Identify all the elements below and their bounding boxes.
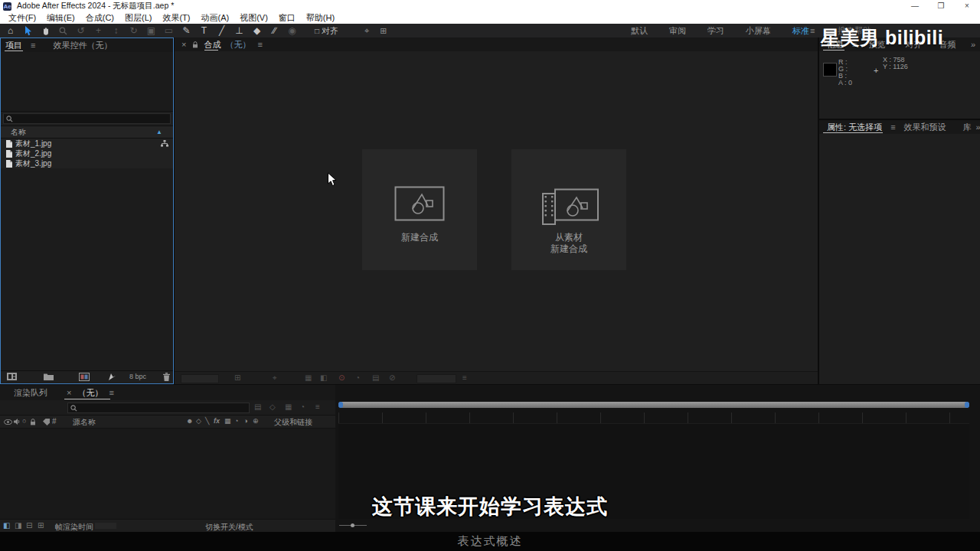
menu-edit[interactable]: 编辑(E) [41,12,80,24]
frame-blend-switch-icon[interactable]: ▦ [224,417,231,425]
menu-file[interactable]: 文件(F) [3,12,41,24]
workspace-learn[interactable]: 学习 [697,24,735,37]
timeline-search-input[interactable] [67,403,250,413]
workspace-review[interactable]: 审阅 [658,24,697,37]
align-toggle[interactable]: □ 对齐 [315,24,338,37]
dolly-camera-tool-icon[interactable]: ↕ [107,24,125,37]
viewer-target-icon[interactable]: ⌖ [273,373,277,383]
pen-tool-icon[interactable]: ✎ [178,24,195,37]
more-panels-icon[interactable]: » [971,40,980,49]
selection-tool-icon[interactable] [19,24,37,37]
motion-blur-switch-icon[interactable]: ◔ [234,417,238,425]
viewer-transparency-icon[interactable]: ⊘ [389,373,395,383]
menu-help[interactable]: 帮助(H) [301,12,340,24]
tab-timeline-comp[interactable]: （无） [75,386,105,399]
tab-composition[interactable]: 合成 [201,37,222,51]
frame-blend-icon[interactable]: ◔ [300,403,305,411]
close-button[interactable]: × [954,0,980,12]
mask-shape-tool-icon[interactable]: ▭ [160,24,178,37]
project-list-header[interactable]: 名称 ▲ [1,126,173,139]
project-item-1[interactable]: 素材_1.jpg [1,139,173,148]
home-icon[interactable]: ⌂ [2,24,19,37]
label-icon[interactable] [43,419,50,425]
parent-link-column[interactable]: 父级和链接 [274,417,312,428]
minimize-button[interactable]: — [902,0,928,12]
new-composition-button[interactable]: 新建合成 [362,149,477,270]
layer-number-column[interactable]: # [52,417,57,425]
column-name[interactable]: 名称 [1,127,26,138]
solo-icon[interactable]: ○ [22,417,26,425]
comp-tab-close-icon[interactable]: × [175,40,190,49]
expand-transfer-controls-icon[interactable]: ◨ [15,521,21,530]
lock-icon[interactable] [30,419,36,425]
eye-icon[interactable] [4,419,12,425]
tab-render-queue[interactable]: 渲染队列 [0,386,52,399]
workspace-menu-icon[interactable]: ≡ [810,24,815,37]
adjustment-layer-switch-icon[interactable]: ◑ [243,417,247,425]
menu-effect[interactable]: 效果(T) [157,12,195,24]
tab-library[interactable]: 库 [959,120,976,134]
rotation-tool-icon[interactable]: ↻ [125,24,142,37]
navigator-start-handle[interactable] [338,402,343,408]
comp-panel-menu-icon[interactable]: ≡ [253,40,266,49]
time-ruler[interactable] [338,412,969,424]
project-search-input[interactable] [3,113,171,124]
viewer-fast-preview-icon[interactable]: ▤ [372,373,379,383]
sort-arrow-icon[interactable]: ▲ [156,129,173,135]
project-item-2[interactable]: 素材_2.jpg [1,148,173,158]
collapse-switch-icon[interactable]: ◇ [196,417,201,425]
zoom-slider-knob[interactable] [351,523,354,527]
viewer-3d-view-dropdown[interactable] [416,374,456,383]
viewer-mask-icon[interactable]: ▦ [305,373,312,383]
zoom-tool-icon[interactable] [54,24,72,37]
tab-effect-controls[interactable]: 效果控件（无） [48,38,116,52]
shy-layers-icon[interactable]: ▦ [285,403,292,411]
3d-layer-switch-icon[interactable]: ⊕ [253,417,259,425]
viewer-channels-icon[interactable]: ⊙ [338,373,345,383]
tab-properties[interactable]: 属性: 无选择项 [819,120,887,134]
puppet-pin-tool-icon[interactable]: ◉ [283,24,301,37]
audio-icon[interactable] [14,419,20,425]
more-panels-icon[interactable]: » [976,122,980,132]
trash-icon[interactable] [163,373,170,381]
project-panel-menu-icon[interactable]: ≡ [27,41,39,50]
properties-panel-menu-icon[interactable]: ≡ [887,122,899,132]
menu-window[interactable]: 窗口 [273,12,301,24]
eraser-tool-icon[interactable]: ◆ [248,24,266,37]
mini-flowchart-icon[interactable]: ▤ [254,403,261,411]
brush-tool-icon[interactable]: ╱ [213,24,230,37]
menu-animation[interactable]: 动画(A) [196,12,235,24]
timeline-panel-menu-icon[interactable]: ≡ [105,388,117,397]
orbit-camera-tool-icon[interactable]: ↺ [72,24,90,37]
menu-layer[interactable]: 图层(L) [119,12,157,24]
snap-grid-icon[interactable]: ⊞ [380,26,387,36]
new-folder-icon[interactable] [44,373,54,380]
menu-view[interactable]: 视图(V) [234,12,273,24]
toggle-switches-modes-button[interactable]: 切换开关/模式 [205,522,253,533]
project-item-3[interactable]: 素材_3.jpg [1,158,173,168]
draft-3d-icon[interactable]: ◇ [270,403,276,411]
timeline-tab-close-icon[interactable]: × [63,388,75,397]
clone-stamp-tool-icon[interactable]: ⊥ [230,24,248,37]
align-checkbox-icon[interactable]: □ [315,27,319,35]
workspace-default[interactable]: 默认 [620,24,658,37]
viewer-view-layout-icon[interactable]: ≡ [462,373,467,383]
navigator-end-handle[interactable] [965,402,969,408]
timeline-zoom-slider[interactable] [339,523,367,527]
interpret-footage-icon[interactable] [7,373,17,380]
source-name-column[interactable]: 源名称 [73,417,96,428]
fx-switch-icon[interactable]: fx [214,417,220,425]
new-composition-icon[interactable] [79,373,90,381]
camera-tool-icon[interactable]: ▣ [142,24,160,37]
lock-icon[interactable] [192,41,198,48]
viewer-roi-icon[interactable]: ◧ [320,373,327,383]
new-composition-from-footage-button[interactable]: 从素材 新建合成 [511,149,626,270]
workspace-small-screen[interactable]: 小屏幕 [735,24,782,37]
hand-tool-icon[interactable] [37,24,54,37]
tab-project[interactable]: 项目 [1,38,27,52]
magnification-dropdown[interactable] [181,374,219,383]
type-tool-icon[interactable]: T [195,24,213,37]
expand-in-out-icon[interactable]: ⊟ [26,521,32,530]
viewer-grid-icon[interactable]: ⊞ [234,373,240,383]
shy-switch-icon[interactable]: ☻ [186,417,193,425]
